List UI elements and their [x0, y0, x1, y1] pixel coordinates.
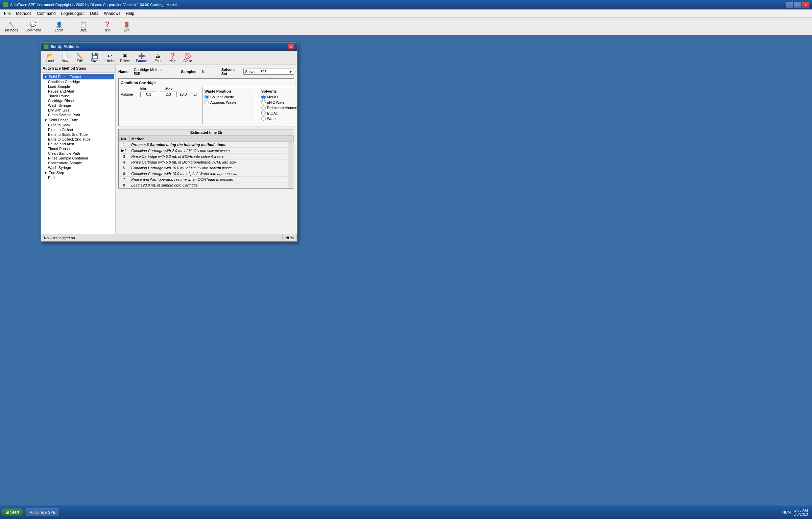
min-header: Min.	[140, 87, 147, 91]
dialog-close-button[interactable]: ✕	[288, 44, 294, 49]
tree-item-end[interactable]: End	[47, 175, 114, 180]
tree-label-cartridge-rinse: Cartridge Rinse	[48, 99, 74, 103]
dialog-title-bar: Set Up Methods ✕	[41, 43, 297, 51]
min-volume-input[interactable]	[140, 92, 157, 97]
tree-label-timed-pause-2: Timed Pause	[48, 147, 70, 151]
expander-solid-phase-extract[interactable]: ▼	[43, 74, 48, 79]
maximize-button[interactable]: □	[794, 1, 801, 8]
print-button[interactable]: 🖨 Print	[151, 52, 165, 64]
menu-data[interactable]: Data	[87, 10, 101, 17]
table-row[interactable]: 1Process 6 Samples using the following m…	[119, 142, 294, 148]
start-button[interactable]: ⊞ Start	[1, 509, 23, 516]
table-row[interactable]: 8Load 120.0 mL of sample onto Cartridge	[119, 182, 294, 188]
expander-end-step[interactable]: ▼	[43, 170, 48, 175]
volume-row: Volume 10.0 [mL]	[121, 92, 197, 97]
tree-item-load-sample[interactable]: Load Sample	[47, 84, 114, 89]
taskbar-right: NUM 2:55 AM 3/8/2010	[780, 508, 811, 516]
ph2water-row: pH 2 Water	[261, 100, 297, 104]
taskbar-items: AutoTrace SPE	[26, 509, 780, 516]
tree-item-clean-sample-path-2[interactable]: Clean Sample Path	[47, 151, 114, 156]
tree-item-pause-and-alert-2[interactable]: Pause and Alert	[47, 142, 114, 146]
tree-item-elute-to-soak-2nd[interactable]: Elute to Soak, 2nd Tube	[47, 132, 114, 137]
etoac-radio[interactable]	[261, 111, 266, 115]
help-button[interactable]: ❓ Help	[99, 19, 116, 33]
exit-button[interactable]: 🚪 Exit	[118, 19, 135, 33]
tree-item-condition-cartridge[interactable]: Condition Cartridge	[47, 79, 114, 84]
taskbar-date: 3/8/2010	[793, 512, 808, 516]
app-title: AutoTrace SPE Instrument Copyright © 200…	[10, 3, 786, 7]
tree-item-wash-syringe[interactable]: Wash Syringe	[47, 103, 114, 108]
title-bar: AutoTrace SPE Instrument Copyright © 200…	[0, 0, 812, 9]
methods-button[interactable]: 🔧 Methods	[3, 19, 20, 33]
tree-item-solid-phase-elute[interactable]: ▼ Solid Phase Elute	[43, 117, 114, 123]
tree-item-cartridge-rinse[interactable]: Cartridge Rinse	[47, 98, 114, 103]
params-button[interactable]: ➕ Params	[134, 52, 150, 64]
max-volume-input[interactable]	[160, 92, 177, 97]
table-row[interactable]: 3Rinse Cartridge with 5.0 mL of EtOAc in…	[119, 154, 294, 159]
tree-panel-title: AutoTrace Method Steps	[41, 65, 115, 73]
taskbar-num: NUM	[782, 510, 791, 514]
table-cell-no: 8	[119, 182, 129, 188]
ph2water-radio[interactable]	[261, 100, 266, 104]
close-button[interactable]: ✕	[802, 1, 809, 8]
table-cell-method: Condition Cartridge with 2.0 mL of MeOH …	[129, 148, 288, 154]
expander-solid-phase-elute[interactable]: ▼	[43, 118, 48, 122]
tree-item-dry-with-gas[interactable]: Dry with Gas	[47, 108, 114, 113]
tree-item-concentrate-sample[interactable]: Concentrate Sample	[47, 160, 114, 165]
undo-button[interactable]: ↩ Undo	[103, 52, 116, 64]
dialog-help-button[interactable]: ❓ Help	[166, 52, 180, 64]
minimize-button[interactable]: ─	[786, 1, 793, 8]
tree-label-elute-to-soak: Elute to Soak	[48, 123, 70, 127]
solvent-set-select[interactable]: Solvents 505 ▼	[243, 69, 294, 75]
tree-item-clean-sample-path-1[interactable]: Clean Sample Path	[47, 113, 114, 117]
tree-item-elute-to-collect[interactable]: Elute to Collect	[47, 127, 114, 132]
aqueous-waste-radio[interactable]	[205, 100, 209, 104]
table-row[interactable]: 7Pause and Alert operator, resume when C…	[119, 177, 294, 182]
taskbar-app-item[interactable]: AutoTrace SPE	[26, 509, 59, 516]
tree-item-elute-to-collect-2nd[interactable]: Elute to Collect, 2nd Tube	[47, 137, 114, 142]
right-panel: Name Cartridge Method 505 Samples 6 Solv…	[116, 65, 297, 234]
tree-item-timed-pause-2[interactable]: Timed Pause	[47, 146, 114, 151]
login-button[interactable]: 👤 Login	[51, 19, 68, 33]
solvent-waste-radio[interactable]	[205, 95, 209, 99]
close-dialog-button[interactable]: 🚫 Close	[181, 52, 194, 64]
command-icon: 💬	[29, 20, 37, 28]
command-button[interactable]: 💬 Command	[23, 19, 43, 33]
table-row[interactable]: 4Rinse Cartridge with 5.0 mL of Dichloro…	[119, 159, 294, 165]
menu-bar: File Methods Command Login/Logout Data W…	[0, 9, 812, 18]
dialog-status-num: NUM	[283, 234, 297, 241]
menu-login-logout[interactable]: Login/Logout	[58, 10, 87, 17]
menu-file[interactable]: File	[1, 10, 13, 17]
window-controls[interactable]: ─ □ ✕	[786, 1, 809, 8]
dcm-radio[interactable]	[261, 105, 266, 110]
delete-button[interactable]: ✖ Delete	[118, 52, 132, 64]
table-row[interactable]: ▶2Condition Cartridge with 2.0 mL of MeO…	[119, 148, 294, 154]
etoac-label: EtOAc	[267, 111, 278, 115]
new-button[interactable]: 📄 New	[58, 52, 72, 64]
save-button[interactable]: 💾 Save	[88, 52, 101, 64]
tree-item-wash-syringe-2[interactable]: Wash Syringe	[47, 165, 114, 170]
data-button[interactable]: 📋 Data	[75, 19, 92, 33]
tree-item-end-step[interactable]: ▼ End Step	[43, 170, 114, 175]
dialog-status-bar: No User logged on NUM	[41, 234, 297, 241]
water-radio[interactable]	[261, 116, 266, 121]
menu-windows[interactable]: Windows	[101, 10, 123, 17]
table-row[interactable]: 6Condition Cartridge with 10.0 mL of pH …	[119, 171, 294, 177]
solvent-waste-row: Solvent Waste	[205, 95, 254, 99]
tree-item-rinse-sample-container[interactable]: Rinse Sample Container	[47, 156, 114, 160]
tree-item-solid-phase-extract[interactable]: ▼ Solid Phase Extract	[43, 74, 114, 79]
tree-item-pause-and-alert[interactable]: Pause and Alert	[47, 89, 114, 94]
tree-item-timed-pause[interactable]: Timed Pause	[47, 94, 114, 98]
menu-methods[interactable]: Methods	[13, 10, 34, 17]
waste-position-box: Waste Position Solvent Waste Aqueous Was…	[202, 87, 256, 124]
table-row[interactable]: 5Condition Cartridge with 10.0 mL of MeO…	[119, 165, 294, 171]
menu-command[interactable]: Command	[34, 10, 58, 17]
meoh-radio[interactable]	[261, 95, 266, 99]
edit-button[interactable]: ✏️ Edit	[73, 52, 87, 64]
tree-label-elute-to-soak-2nd: Elute to Soak, 2nd Tube	[48, 132, 88, 137]
load-button[interactable]: 📂 Load	[43, 52, 57, 64]
tree-item-elute-to-soak[interactable]: Elute to Soak	[47, 123, 114, 127]
menu-help[interactable]: Help	[123, 10, 137, 17]
solvents-box-title: Solvents	[261, 89, 297, 93]
tree-label-solid-phase-elute: Solid Phase Elute	[49, 118, 78, 122]
